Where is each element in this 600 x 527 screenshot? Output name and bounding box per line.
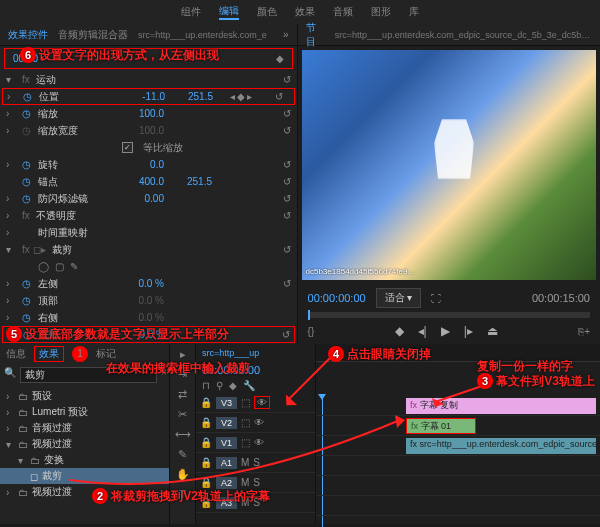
hand-tool-icon[interactable]: ✋: [176, 468, 190, 484]
prop-antiflicker[interactable]: 防闪烁滤镜: [38, 192, 116, 206]
step-fwd-icon[interactable]: |▸: [464, 324, 473, 338]
menu-library[interactable]: 库: [409, 5, 419, 19]
lift-icon[interactable]: ⏏: [487, 324, 498, 338]
lock-icon[interactable]: 🔒: [200, 397, 212, 408]
tree-transform[interactable]: 变换: [44, 453, 64, 467]
timeline[interactable]: fx 字幕 复制 fx 字幕 01 fx src=http___up.enter…: [316, 344, 600, 524]
mute-icon[interactable]: M: [241, 457, 249, 468]
eye-icon-v3[interactable]: 👁: [254, 396, 270, 409]
crop-left-val[interactable]: 0.0 %: [122, 278, 164, 289]
stopwatch-icon[interactable]: ◷: [23, 91, 33, 102]
prop-opacity[interactable]: 不透明度: [36, 209, 114, 223]
antiflicker-val[interactable]: 0.00: [122, 193, 164, 204]
menu-graphics[interactable]: 图形: [371, 5, 391, 19]
clear-search-icon[interactable]: ×: [161, 367, 167, 383]
mask-rect-icon[interactable]: ▢: [55, 261, 64, 272]
fullscreen-icon[interactable]: ⛶: [431, 293, 441, 304]
tab-effect-controls[interactable]: 效果控件: [8, 28, 48, 42]
link-icon[interactable]: ⚲: [216, 380, 223, 391]
effect-controls-panel: 效果控件 音频剪辑混合器 src=http___up.enterdesk.com…: [0, 24, 298, 344]
program-tab[interactable]: 节目: [306, 21, 325, 49]
prop-position[interactable]: 位置: [39, 90, 117, 104]
keyframe-diamond-icon[interactable]: ◆: [276, 53, 284, 64]
program-timecode[interactable]: 00:00:00:00: [308, 292, 366, 304]
tree-video-fx[interactable]: 视频过渡: [32, 437, 72, 451]
zoom-fit-dropdown[interactable]: 适合 ▾: [376, 288, 422, 308]
tree-crop[interactable]: 裁剪: [42, 469, 62, 483]
menu-color[interactable]: 颜色: [257, 5, 277, 19]
position-y[interactable]: 251.5: [171, 91, 213, 102]
tree-lumetri[interactable]: Lumetri 预设: [32, 405, 88, 419]
annotation-badge-1: 1: [72, 346, 88, 362]
slip-tool-icon[interactable]: ⟷: [175, 428, 191, 444]
track-a2-label[interactable]: A2: [216, 477, 237, 489]
anchor-x[interactable]: 400.0: [122, 176, 164, 187]
prop-crop[interactable]: 裁剪: [52, 243, 130, 257]
anchor-y[interactable]: 251.5: [170, 176, 212, 187]
add-kf-icon[interactable]: ◆: [237, 91, 245, 102]
mask-pen-icon[interactable]: ✎: [70, 261, 78, 272]
time-ruler[interactable]: [316, 344, 600, 362]
output-icon[interactable]: ⬚: [241, 397, 250, 408]
menu-effects[interactable]: 效果: [295, 5, 315, 19]
snap-icon[interactable]: ⊓: [202, 380, 210, 391]
eye-icon-v1[interactable]: 👁: [254, 437, 264, 448]
clip-v2[interactable]: fx 字幕 01: [406, 418, 476, 434]
program-monitor: 节目 src=http___up.enterdesk.com_edpic_sou…: [298, 24, 600, 344]
add-marker-icon[interactable]: ◆: [395, 324, 404, 338]
prop-anchor[interactable]: 锚点: [38, 175, 116, 189]
effects-search-input[interactable]: [20, 367, 157, 383]
scale-val[interactable]: 100.0: [122, 108, 164, 119]
solo-icon[interactable]: S: [253, 457, 260, 468]
crop-bottom-label[interactable]: 底部: [39, 328, 117, 342]
rotation-val[interactable]: 0.0: [122, 159, 164, 170]
track-a3-label[interactable]: A3: [216, 497, 237, 509]
menu-audio[interactable]: 音频: [333, 5, 353, 19]
clip-v1[interactable]: fx src=http___up.enterdesk.com_edpic_sou…: [406, 438, 596, 454]
tab-effects[interactable]: 效果: [34, 346, 64, 362]
play-icon[interactable]: ▶: [441, 324, 450, 338]
track-a1-label[interactable]: A1: [216, 457, 237, 469]
menu-components[interactable]: 组件: [181, 5, 201, 19]
tab-audio-mixer[interactable]: 音频剪辑混合器: [58, 28, 128, 42]
prop-timeremap[interactable]: 时间重映射: [38, 226, 116, 240]
menu-edit[interactable]: 编辑: [219, 4, 239, 20]
eye-icon-v2[interactable]: 👁: [254, 417, 264, 428]
next-kf-icon[interactable]: ▸: [247, 91, 252, 102]
tree-audio-fx[interactable]: 音频过渡: [32, 421, 72, 435]
video-preview[interactable]: dc5b3e1854dd45f556d74fe9...: [302, 50, 596, 280]
type-tool-icon[interactable]: T: [179, 488, 186, 504]
ripple-tool-icon[interactable]: ⇄: [178, 388, 187, 404]
settings-plus-icon[interactable]: +: [584, 326, 590, 337]
scrubber[interactable]: [308, 312, 590, 318]
track-v1-label[interactable]: V1: [216, 437, 237, 449]
timeline-timecode[interactable]: 00:00:00:00: [196, 362, 315, 378]
reset-icon[interactable]: ↺: [275, 91, 283, 102]
track-v3-label[interactable]: V3: [216, 397, 237, 409]
prop-motion[interactable]: 运动: [36, 73, 114, 87]
tab-info[interactable]: 信息: [6, 347, 26, 361]
pen-tool-icon[interactable]: ✎: [178, 448, 187, 464]
clip-v3[interactable]: fx 字幕 复制: [406, 398, 596, 414]
marker-tool-icon[interactable]: ◆: [229, 380, 237, 391]
position-x[interactable]: -11.0: [123, 91, 165, 102]
uniform-scale-checkbox[interactable]: [122, 142, 133, 153]
sequence-tab[interactable]: src=http___up: [202, 348, 259, 358]
tree-presets[interactable]: 预设: [32, 389, 52, 403]
razor-tool-icon[interactable]: ✂: [178, 408, 187, 424]
wrench-icon[interactable]: 🔧: [243, 380, 255, 391]
tree-video-trans[interactable]: 视频过渡: [32, 485, 72, 499]
step-back-icon[interactable]: ◂|: [418, 324, 427, 338]
prev-kf-icon[interactable]: ◂: [230, 91, 235, 102]
mask-ellipse-icon[interactable]: ◯: [38, 261, 49, 272]
track-select-icon[interactable]: ⇥: [178, 368, 187, 384]
crop-bottom-val[interactable]: 9.0 %: [123, 329, 165, 340]
prop-rotation[interactable]: 旋转: [38, 158, 116, 172]
reset-icon[interactable]: ↺: [283, 74, 291, 85]
prop-scale[interactable]: 缩放: [38, 107, 116, 121]
track-v2-label[interactable]: V2: [216, 417, 237, 429]
panel-menu-icon[interactable]: »: [283, 29, 289, 40]
crop-left-label[interactable]: 左侧: [38, 277, 116, 291]
tab-markers[interactable]: 标记: [96, 347, 116, 361]
selection-tool-icon[interactable]: ▸: [180, 348, 186, 364]
